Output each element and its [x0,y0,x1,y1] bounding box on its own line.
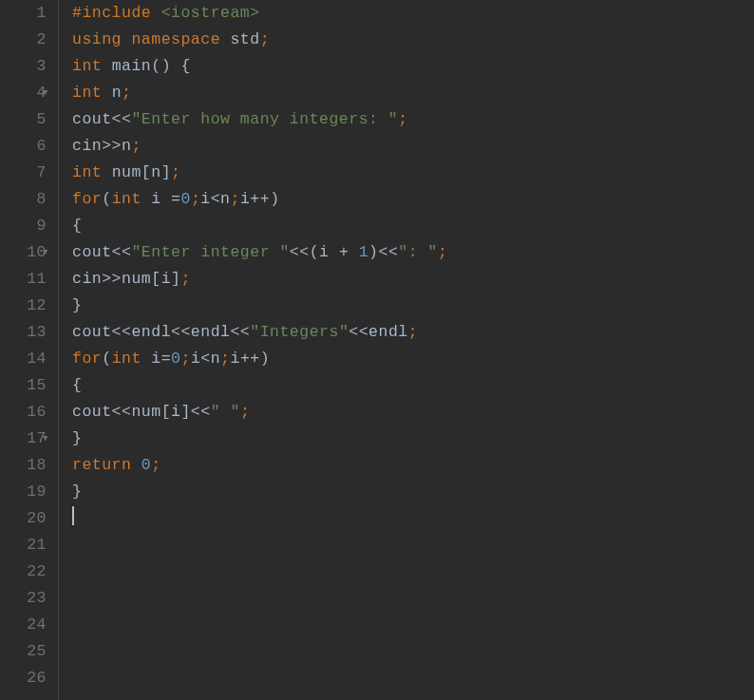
paren: ) [368,243,378,261]
operator: ++ [240,350,260,368]
code-line[interactable]: cin>>n; [72,133,754,160]
code-editor-area[interactable]: #include <iostream> using namespace std;… [59,0,754,700]
code-line[interactable]: } [72,426,754,452]
operator: << [290,243,310,261]
line-number: 2 [9,27,47,53]
identifier: num [112,163,141,181]
brace: { [180,57,190,75]
identifier: i [171,403,180,421]
code-line[interactable]: cout<<"Enter how many integers: "; [72,106,754,133]
line-number: 4▼ [9,80,47,106]
code-line[interactable]: cout<<"Enter integer "<<(i + 1)<<": "; [72,239,754,266]
line-number: 15 [9,372,47,399]
using-keyword: using [72,30,122,48]
number-literal: 0 [141,456,151,474]
number-literal: 1 [359,243,368,261]
line-number: 23 [9,585,47,612]
string-literal: "Enter integer " [131,243,289,261]
string-literal: ": " [398,243,438,261]
code-line[interactable]: } [72,479,754,505]
line-number: 17▼ [9,426,47,452]
code-line[interactable]: } [72,293,754,319]
line-number: 9 [9,213,47,239]
function-name: main [112,57,152,75]
paren: () [151,57,171,75]
identifier: n [151,163,160,181]
identifier: cout [72,243,112,261]
semicolon: ; [151,456,160,474]
number-literal: 0 [171,350,180,368]
line-number: 7 [9,160,47,186]
code-line[interactable]: for(int i=0;i<n;i++) [72,346,754,372]
bracket: ] [171,270,180,288]
fold-marker-icon[interactable]: ▼ [43,239,48,266]
brace: } [72,296,82,314]
operator: << [191,403,211,421]
semicolon: ; [408,323,418,341]
code-line[interactable]: int num[n]; [72,160,754,186]
bracket: [ [141,163,151,181]
identifier: i [200,190,210,208]
preprocessor-keyword: #include [72,4,151,22]
semicolon: ; [122,84,131,102]
semicolon: ; [240,403,250,421]
code-line[interactable]: #include <iostream> [72,0,754,27]
code-line[interactable]: return 0; [72,452,754,479]
semicolon: ; [438,243,447,261]
code-line[interactable]: { [72,213,754,239]
bracket: [ [151,270,160,288]
type-keyword: int [72,84,102,102]
code-line[interactable]: for(int i =0;i<n;i++) [72,186,754,213]
line-number: 8 [9,186,47,213]
paren: ) [260,350,270,368]
identifier: endl [191,323,231,341]
number-literal: 0 [180,190,190,208]
semicolon: ; [191,190,200,208]
operator: >> [102,270,122,288]
paren: ( [102,350,111,368]
line-number: 3 [9,53,47,80]
semicolon: ; [171,163,180,181]
text-cursor-icon [72,506,74,525]
line-number: 21 [9,532,47,558]
line-number: 1 [9,0,47,27]
type-keyword: int [72,163,102,181]
brace: } [72,482,82,501]
code-line[interactable]: cin>>num[i]; [72,266,754,293]
line-number: 14 [9,346,47,372]
fold-marker-icon[interactable]: ▼ [43,426,48,452]
operator: << [171,323,191,341]
code-line[interactable]: using namespace std; [72,27,754,53]
identifier: cin [72,137,102,155]
operator: >> [102,137,122,155]
operator: = [161,350,171,368]
line-number-gutter: 1 2 3 4▼ 5 6 7 8 9 10▼ 11 12 13 14 15 16… [0,0,59,700]
identifier: i [151,190,160,208]
line-number: 24 [9,612,47,638]
code-line[interactable]: cout<<num[i]<<" "; [72,399,754,426]
code-line[interactable] [72,505,754,532]
operator: + [339,243,349,261]
include-library: <iostream> [161,4,260,22]
operator: << [349,323,368,341]
fold-marker-icon[interactable]: ▼ [43,80,48,106]
return-keyword: return [72,456,131,474]
operator: << [112,403,132,421]
code-line[interactable]: { [72,372,754,399]
line-number: 20 [9,505,47,532]
line-number: 25 [9,638,47,665]
identifier: i [231,350,240,368]
code-line[interactable]: int n; [72,80,754,106]
semicolon: ; [180,350,190,368]
operator: ++ [250,190,270,208]
brace: { [72,376,82,394]
code-line[interactable]: cout<<endl<<endl<<"Integers"<<endl; [72,319,754,346]
brace: } [72,429,82,447]
for-keyword: for [72,350,102,368]
line-number: 6 [9,133,47,160]
string-literal: "Integers" [250,323,349,341]
operator: << [112,110,132,128]
namespace-name: std [230,30,259,48]
code-line[interactable]: int main() { [72,53,754,80]
identifier: i [240,190,250,208]
